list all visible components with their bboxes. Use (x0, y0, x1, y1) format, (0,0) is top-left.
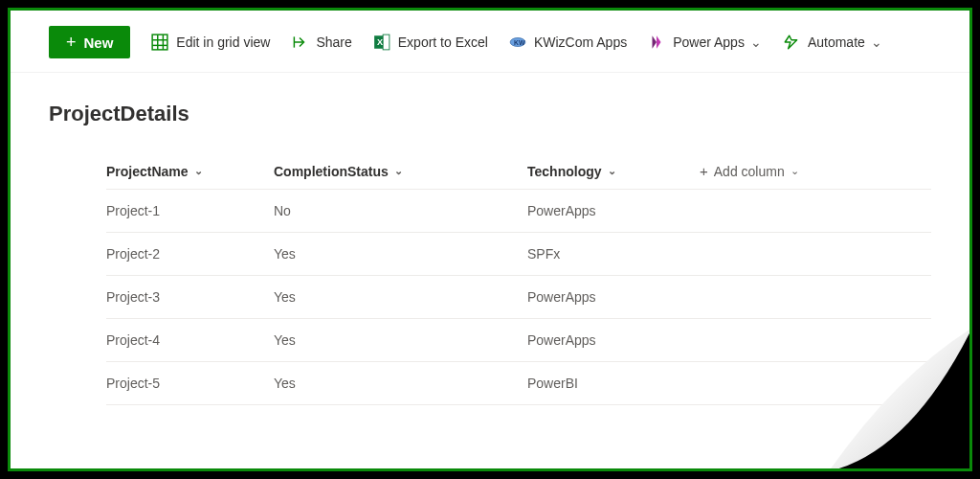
grid-icon (151, 34, 168, 51)
add-column-label: Add column (714, 164, 785, 179)
table-row[interactable]: Project-5 Yes PowerBI (106, 362, 931, 405)
list-title: ProjectDetails (49, 102, 931, 126)
cell-technology: PowerApps (527, 203, 700, 218)
cell-completionstatus: No (274, 203, 527, 218)
cell-completionstatus: Yes (274, 332, 527, 348)
power-apps-icon (648, 34, 665, 51)
new-button-label: New (84, 34, 114, 51)
plus-icon: + (700, 163, 708, 179)
automate-label: Automate (808, 34, 865, 50)
cell-completionstatus: Yes (274, 376, 527, 391)
export-excel-label: Export to Excel (398, 34, 488, 50)
excel-icon: X (373, 34, 390, 51)
cell-technology: SPFx (527, 246, 700, 262)
chevron-down-icon: ⌄ (750, 34, 762, 50)
table-row[interactable]: Project-2 Yes SPFx (106, 233, 931, 276)
add-column-button[interactable]: + Add column ⌄ (700, 163, 931, 179)
svg-marker-11 (657, 35, 661, 49)
chevron-down-icon: ⌄ (791, 165, 799, 177)
cell-technology: PowerApps (527, 332, 700, 348)
column-header-label: ProjectName (106, 164, 189, 179)
chevron-down-icon: ⌄ (394, 165, 403, 177)
plus-icon: + (66, 34, 77, 51)
export-excel-button[interactable]: X Export to Excel (373, 34, 488, 51)
cell-projectname[interactable]: Project-4 (106, 332, 274, 348)
new-button[interactable]: + New (49, 26, 130, 58)
chevron-down-icon: ⌄ (871, 34, 882, 50)
list-table: ProjectName ⌄ CompletionStatus ⌄ Technol… (49, 153, 931, 405)
cell-projectname[interactable]: Project-5 (106, 376, 274, 391)
svg-text:KW: KW (514, 39, 525, 46)
edit-grid-view-button[interactable]: Edit in grid view (151, 34, 270, 51)
chevron-down-icon: ⌄ (194, 165, 203, 177)
cell-projectname[interactable]: Project-2 (106, 246, 274, 262)
automate-button[interactable]: Automate ⌄ (783, 34, 882, 51)
svg-rect-0 (152, 34, 167, 50)
svg-text:X: X (377, 37, 383, 47)
command-bar: + New Edit in grid view Share X Export t… (11, 11, 969, 73)
kwizcom-apps-label: KWizCom Apps (534, 34, 627, 50)
table-header-row: ProjectName ⌄ CompletionStatus ⌄ Technol… (106, 153, 931, 190)
cell-technology: PowerApps (527, 289, 700, 305)
cell-completionstatus: Yes (274, 246, 527, 262)
cell-projectname[interactable]: Project-3 (106, 289, 274, 305)
cell-completionstatus: Yes (274, 289, 527, 305)
power-apps-button[interactable]: Power Apps ⌄ (648, 34, 762, 51)
share-button[interactable]: Share (291, 34, 351, 51)
cell-projectname[interactable]: Project-1 (106, 203, 274, 218)
cell-technology: PowerBI (527, 376, 700, 391)
table-row[interactable]: Project-1 No PowerApps (106, 190, 931, 233)
column-header-technology[interactable]: Technology ⌄ (527, 164, 700, 179)
column-header-label: Technology (527, 164, 602, 179)
svg-rect-6 (383, 34, 390, 50)
edit-grid-view-label: Edit in grid view (176, 34, 270, 50)
chevron-down-icon: ⌄ (608, 165, 616, 177)
automate-icon (783, 34, 800, 51)
share-icon (291, 34, 308, 51)
column-header-projectname[interactable]: ProjectName ⌄ (106, 164, 274, 179)
power-apps-label: Power Apps (673, 34, 745, 50)
svg-marker-10 (653, 35, 657, 49)
kwizcom-apps-button[interactable]: KW KWizCom Apps (509, 34, 627, 51)
column-header-completionstatus[interactable]: CompletionStatus ⌄ (274, 164, 527, 179)
table-row[interactable]: Project-4 Yes PowerApps (106, 319, 931, 362)
share-label: Share (316, 34, 351, 50)
column-header-label: CompletionStatus (274, 164, 389, 179)
table-row[interactable]: Project-3 Yes PowerApps (106, 276, 931, 319)
kwizcom-icon: KW (509, 34, 526, 51)
